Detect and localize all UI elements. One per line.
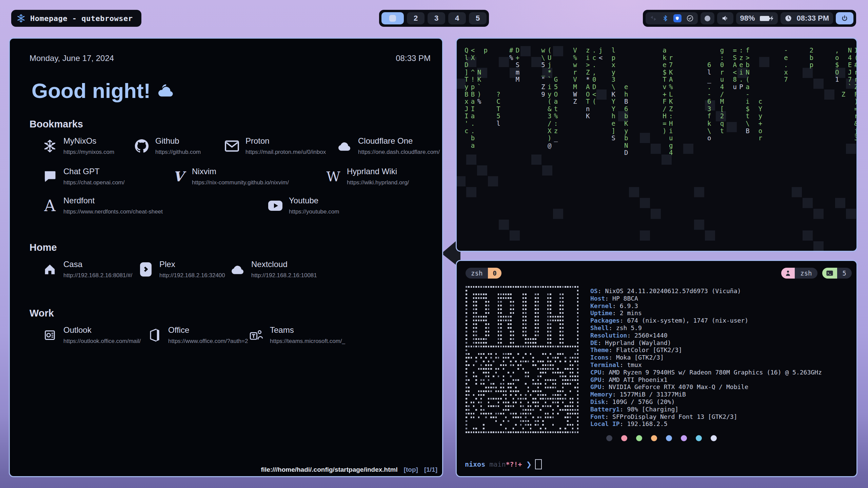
palette-dot [666, 435, 672, 441]
fastfetch-line: GPU: NVIDIA GeForce RTX 4070 Max-Q / Mob… [590, 383, 822, 391]
bookmark-url: https://www.nerdfonts.com/cheat-sheet [63, 208, 163, 215]
user-icon [781, 268, 795, 279]
bookmark-url: https://youtube.com [289, 208, 339, 215]
vim-v-icon: V [171, 168, 186, 185]
outlook-icon [42, 327, 57, 343]
palette-dot [651, 435, 657, 441]
bookmarks-heading: Bookmarks [29, 119, 83, 130]
bookmark-chatgpt[interactable]: Chat GPThttps://chat.openai.com/ [42, 167, 171, 186]
tray-icons-group [646, 12, 698, 24]
bookmark-title: Github [155, 136, 201, 146]
workspace-2[interactable]: 2 [407, 12, 425, 24]
bookmark-title: Youtube [289, 196, 339, 205]
bookmark-title: Teams [270, 325, 345, 335]
bookmark-outlook[interactable]: Outlookhttps://outlook.office.com/mail/ [42, 325, 147, 345]
bookmark-url: https://mail.proton.me/u/0/inbox [245, 149, 326, 156]
bookmark-github[interactable]: Githubhttps://github.com [134, 136, 224, 156]
bookmark-nixvim[interactable]: V Nixvimhttps://nix-community.github.io/… [171, 167, 326, 186]
startpage-time: 08:33 PM [396, 54, 431, 63]
chat-bubble-icon [42, 168, 57, 185]
moon-cloud-icon [156, 83, 176, 98]
window-title-pill: Homepage - qutebrowser [11, 10, 141, 27]
bookmark-title: Office [168, 325, 248, 335]
palette-dot [711, 435, 717, 441]
power-button[interactable] [836, 12, 853, 24]
fastfetch-line: Kernel: 6.9.3 [590, 302, 822, 310]
fastfetch-line: Disk: 109G / 576G (20%) [590, 398, 822, 406]
bookmark-cloudflare-one[interactable]: Cloudflare Onehttps://one.dash.cloudflar… [337, 136, 440, 156]
bookmark-title: Hyprland Wiki [347, 167, 409, 176]
bluetooth-icon[interactable] [662, 15, 669, 22]
tmux-terminal-chip: 5 [822, 268, 852, 279]
bookmark-url: http://192.168.2.16:10081 [251, 272, 317, 279]
bookmark-url: https://wiki.hyprland.org/ [347, 179, 409, 186]
tmux-shell-label: zsh [795, 268, 817, 279]
palette-dot [681, 435, 687, 441]
tmux-status-right: zsh 5 [781, 268, 852, 279]
bookmark-hyprland-wiki[interactable]: W Hyprland Wikihttps://wiki.hyprland.org… [326, 167, 409, 186]
bookmark-nextcloud[interactable]: Nextcloudhttp://192.168.2.16:10081 [230, 260, 317, 279]
bookmark-url: https://www.office.com/?auth=2 [168, 338, 248, 345]
clock-group[interactable]: 08:33 PM [781, 12, 833, 24]
fastfetch-terminal-window[interactable]: zsh 0 zsh 5 OS: NixOS 24.11.20240612.57d… [456, 260, 857, 477]
bookmark-proton[interactable]: Protonhttps://mail.proton.me/u/0/inbox [224, 136, 337, 156]
transfer-arrows-icon[interactable] [650, 15, 657, 22]
greeting-text: Good night! [32, 79, 151, 103]
tmux-window-count: 5 [837, 268, 852, 279]
fastfetch-line: Memory: 1577MiB / 31377MiB [590, 391, 822, 398]
bookmark-title: Chat GPT [63, 167, 125, 176]
bitwarden-shield-icon[interactable] [673, 14, 682, 22]
bookmark-url: https://teams.microsoft.com/_ [270, 338, 345, 345]
bookmark-title: Plex [159, 260, 225, 269]
ascii-art-bruh [466, 286, 581, 436]
active-workspace-dot [389, 15, 396, 22]
palette-dot [636, 435, 642, 441]
cmatrix-terminal-window[interactable]: Q< p #D w( V z.j l a g =:f - 2 , NI lX %… [456, 38, 857, 252]
workspace-4[interactable]: 4 [448, 12, 466, 24]
bookmark-nerdfont[interactable]: A Nerdfonthttps://www.nerdfonts.com/chea… [42, 196, 268, 215]
tmux-window-index: 0 [488, 268, 501, 279]
statusbar-tab-indicator: [1/1] [424, 466, 437, 473]
bookmark-url: https://outlook.office.com/mail/ [63, 338, 141, 345]
bookmark-title: Casa [63, 260, 132, 269]
bookmark-plex[interactable]: Plexhttp://192.168.2.16:32400 [138, 260, 230, 279]
fastfetch-line: Packages: 674 (nix-system), 1747 (nix-us… [590, 317, 822, 324]
battery-percent: 98% [740, 14, 755, 23]
teams-icon [249, 327, 264, 343]
nix-snowflake-icon [42, 138, 57, 154]
window-title: Homepage - qutebrowser [30, 14, 133, 23]
power-icon [841, 15, 848, 22]
fastfetch-line: Uptime: 2 mins [590, 309, 822, 317]
statusbar-scroll-position: [top] [404, 466, 418, 473]
terminal-color-palette [606, 435, 717, 441]
bookmark-casa[interactable]: Casahttp://192.168.2.16:8081/#/ [42, 260, 138, 279]
bookmark-youtube[interactable]: Youtubehttps://youtube.com [268, 196, 339, 215]
terminal-icon [822, 268, 837, 279]
workspace-5[interactable]: 5 [469, 12, 487, 24]
fastfetch-line: Font: SFProDisplay Nerd Font 13 [GTK2/3] [590, 413, 822, 421]
tmux-session-pill[interactable]: zsh 0 [466, 268, 501, 279]
shell-prompt[interactable]: nixos main *?!+ ❯ [465, 459, 542, 469]
bookmark-teams[interactable]: Teamshttps://teams.microsoft.com/_ [249, 325, 345, 345]
fastfetch-line: Theme: FlatColor [GTK2/3] [590, 346, 822, 354]
bookmark-mynixos[interactable]: MyNixOshttps://mynixos.com [42, 136, 134, 156]
palette-dot [606, 435, 612, 441]
check-circle-icon[interactable] [686, 15, 694, 22]
bookmark-title: Nerdfont [63, 196, 163, 205]
idle-inhibitor-group[interactable] [701, 12, 714, 24]
home-heading: Home [29, 242, 57, 253]
cloud-icon [337, 138, 352, 154]
battery-group[interactable]: 98% [736, 12, 778, 24]
statusbar-url: file:///home/hadi/.config/startpage/inde… [261, 466, 397, 473]
bookmark-office[interactable]: Officehttps://www.office.com/?auth=2 [147, 325, 249, 345]
workspace-3[interactable]: 3 [428, 12, 445, 24]
bookmark-url: http://192.168.2.16:32400 [159, 272, 225, 279]
volume-group[interactable] [717, 12, 733, 24]
prompt-arrow: ❯ [526, 460, 532, 468]
speaker-icon [721, 14, 729, 22]
fastfetch-line: Icons: Moka [GTK2/3] [590, 354, 822, 361]
tmux-session-name: zsh [466, 268, 488, 279]
greeting-heading: Good night! [32, 79, 176, 103]
workspace-1-active[interactable] [381, 12, 404, 24]
work-heading: Work [29, 308, 54, 319]
